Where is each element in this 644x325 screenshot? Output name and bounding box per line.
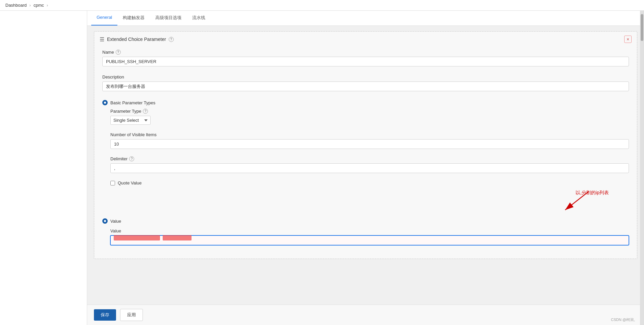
tab-pipeline[interactable]: 流水线	[187, 11, 211, 25]
breadcrumb-bar: Dashboard › cpmc ›	[0, 0, 644, 11]
breadcrumb-sep-1: ›	[30, 3, 31, 8]
content-area: General 构建触发器 高级项目选项 流水线 ☰ Extended Choi…	[87, 11, 644, 325]
delimiter-section: Delimiter ?	[94, 155, 637, 174]
basic-parameter-types-row: Basic Parameter Types	[94, 97, 637, 107]
visible-items-input[interactable]	[110, 139, 629, 149]
name-input[interactable]	[102, 57, 629, 66]
basic-parameter-types-label: Basic Parameter Types	[110, 100, 155, 105]
form-scroll-area[interactable]: ☰ Extended Choice Parameter ? × Name ?	[87, 26, 644, 305]
sidebar	[0, 11, 87, 325]
delimiter-help-icon[interactable]: ?	[129, 156, 134, 161]
visible-items-label: Number of Visible Items	[110, 132, 629, 137]
svg-line-1	[565, 192, 589, 210]
visible-items-section: Number of Visible Items	[94, 131, 637, 150]
hamburger-icon: ☰	[100, 36, 104, 43]
quote-value-checkbox[interactable]	[110, 181, 115, 185]
delimiter-input[interactable]	[110, 163, 629, 173]
tabs-bar: General 构建触发器 高级项目选项 流水线	[87, 11, 644, 26]
value-radio-label: Value	[110, 219, 121, 224]
name-label: Name ?	[102, 50, 629, 55]
main-layout: General 构建触发器 高级项目选项 流水线 ☰ Extended Choi…	[0, 11, 644, 325]
breadcrumb-cpmc[interactable]: cpmc	[34, 3, 44, 8]
panel-header-left: ☰ Extended Choice Parameter ?	[100, 36, 174, 43]
parameter-type-select[interactable]: Single Select Multi Select Radio Buttons…	[110, 116, 151, 125]
panel-header: ☰ Extended Choice Parameter ? ×	[94, 32, 637, 47]
value-radio-row: Value	[94, 215, 637, 226]
value-field-input[interactable]	[110, 235, 629, 245]
delimiter-label: Delimiter ?	[110, 156, 629, 161]
watermark: CSDN @柯润。	[611, 317, 637, 322]
panel-close-button[interactable]: ×	[624, 36, 632, 43]
name-help-icon[interactable]: ?	[116, 50, 121, 55]
tab-advanced-options[interactable]: 高级项目选项	[150, 11, 187, 25]
tab-build-triggers[interactable]: 构建触发器	[117, 11, 150, 25]
parameter-type-help-icon[interactable]: ?	[143, 109, 148, 114]
bottom-action-bar: 保存 应用	[87, 305, 644, 325]
quote-value-row: Quote Value	[94, 178, 637, 188]
description-section: Description	[94, 72, 637, 93]
annotation-area: 以,分割的ip列表	[110, 188, 629, 215]
value-radio-button[interactable]	[102, 218, 108, 224]
panel-help-icon[interactable]: ?	[169, 37, 174, 42]
tab-general[interactable]: General	[91, 11, 117, 25]
breadcrumb-dashboard[interactable]: Dashboard	[5, 3, 27, 8]
description-label: Description	[102, 74, 629, 79]
extended-choice-panel: ☰ Extended Choice Parameter ? × Name ?	[94, 31, 637, 259]
parameter-type-section: Parameter Type ? Single Select Multi Sel…	[94, 107, 637, 126]
breadcrumb-sep-2: ›	[47, 3, 48, 8]
value-field-label: Value	[110, 228, 629, 233]
scrollbar-thumb[interactable]	[641, 14, 643, 41]
name-section: Name ?	[94, 47, 637, 68]
save-button[interactable]: 保存	[94, 309, 116, 321]
basic-parameter-types-radio[interactable]	[102, 100, 108, 105]
apply-button[interactable]: 应用	[120, 309, 143, 321]
right-scrollbar[interactable]	[640, 11, 644, 325]
value-field-section: Value ██████████ ██████	[94, 227, 637, 252]
description-input[interactable]	[102, 82, 629, 91]
annotation-arrow	[512, 188, 612, 213]
panel-title: Extended Choice Parameter	[107, 37, 166, 42]
quote-value-label: Quote Value	[118, 180, 142, 185]
parameter-type-label: Parameter Type ?	[110, 109, 629, 114]
